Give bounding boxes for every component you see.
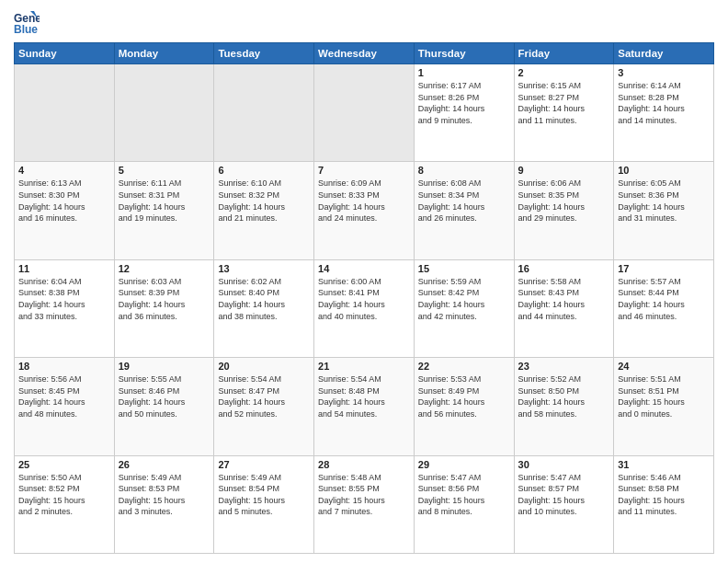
svg-text:Blue: Blue: [14, 23, 38, 35]
day-number: 5: [119, 165, 210, 176]
calendar-cell: 7Sunrise: 6:09 AM Sunset: 8:33 PM Daylig…: [314, 162, 415, 259]
day-number: 29: [418, 459, 510, 470]
calendar-table: SundayMondayTuesdayWednesdayThursdayFrid…: [14, 42, 714, 554]
day-number: 16: [518, 263, 610, 274]
calendar-cell: [214, 64, 314, 162]
calendar-cell: 19Sunrise: 5:55 AM Sunset: 8:46 PM Dayli…: [114, 358, 214, 455]
day-info: Sunrise: 5:48 AM Sunset: 8:55 PM Dayligh…: [318, 472, 410, 518]
calendar-cell: 11Sunrise: 6:04 AM Sunset: 8:38 PM Dayli…: [15, 259, 115, 357]
calendar-cell: 23Sunrise: 5:52 AM Sunset: 8:50 PM Dayli…: [514, 358, 614, 455]
day-info: Sunrise: 5:49 AM Sunset: 8:53 PM Dayligh…: [119, 472, 210, 518]
calendar-cell: [15, 64, 115, 162]
day-info: Sunrise: 6:09 AM Sunset: 8:33 PM Dayligh…: [318, 178, 410, 224]
day-info: Sunrise: 5:56 AM Sunset: 8:45 PM Dayligh…: [18, 373, 110, 419]
calendar-cell: 24Sunrise: 5:51 AM Sunset: 8:51 PM Dayli…: [614, 358, 714, 455]
day-number: 7: [318, 165, 410, 176]
day-number: 9: [518, 165, 610, 176]
day-number: 11: [18, 263, 110, 274]
logo-icon: General Blue: [14, 9, 40, 35]
day-number: 28: [318, 459, 410, 470]
calendar-cell: 28Sunrise: 5:48 AM Sunset: 8:55 PM Dayli…: [314, 455, 415, 553]
calendar-cell: 3Sunrise: 6:14 AM Sunset: 8:28 PM Daylig…: [614, 64, 714, 162]
day-info: Sunrise: 5:53 AM Sunset: 8:49 PM Dayligh…: [418, 373, 510, 419]
calendar-cell: 29Sunrise: 5:47 AM Sunset: 8:56 PM Dayli…: [414, 455, 514, 553]
day-number: 13: [218, 263, 310, 274]
calendar-cell: 27Sunrise: 5:49 AM Sunset: 8:54 PM Dayli…: [214, 455, 314, 553]
day-info: Sunrise: 5:55 AM Sunset: 8:46 PM Dayligh…: [119, 373, 210, 419]
day-info: Sunrise: 6:13 AM Sunset: 8:30 PM Dayligh…: [18, 178, 110, 224]
calendar-cell: 9Sunrise: 6:06 AM Sunset: 8:35 PM Daylig…: [514, 162, 614, 259]
day-info: Sunrise: 6:10 AM Sunset: 8:32 PM Dayligh…: [218, 178, 310, 224]
weekday-wednesday: Wednesday: [314, 43, 415, 64]
day-info: Sunrise: 6:08 AM Sunset: 8:34 PM Dayligh…: [418, 178, 510, 224]
day-info: Sunrise: 5:57 AM Sunset: 8:44 PM Dayligh…: [618, 276, 710, 322]
day-info: Sunrise: 6:15 AM Sunset: 8:27 PM Dayligh…: [518, 80, 610, 126]
day-info: Sunrise: 6:17 AM Sunset: 8:26 PM Dayligh…: [418, 80, 510, 126]
day-number: 23: [518, 361, 610, 372]
calendar-cell: 25Sunrise: 5:50 AM Sunset: 8:52 PM Dayli…: [15, 455, 115, 553]
day-info: Sunrise: 5:58 AM Sunset: 8:43 PM Dayligh…: [518, 276, 610, 322]
calendar-week-row: 4Sunrise: 6:13 AM Sunset: 8:30 PM Daylig…: [15, 162, 714, 259]
day-info: Sunrise: 5:49 AM Sunset: 8:54 PM Dayligh…: [218, 472, 310, 518]
day-number: 2: [518, 67, 610, 78]
calendar-cell: 15Sunrise: 5:59 AM Sunset: 8:42 PM Dayli…: [414, 259, 514, 357]
calendar-cell: 30Sunrise: 5:47 AM Sunset: 8:57 PM Dayli…: [514, 455, 614, 553]
day-number: 12: [119, 263, 210, 274]
weekday-thursday: Thursday: [414, 43, 514, 64]
day-info: Sunrise: 5:54 AM Sunset: 8:48 PM Dayligh…: [318, 373, 410, 419]
calendar-cell: 5Sunrise: 6:11 AM Sunset: 8:31 PM Daylig…: [114, 162, 214, 259]
day-number: 10: [618, 165, 710, 176]
day-number: 15: [418, 263, 510, 274]
day-number: 14: [318, 263, 410, 274]
calendar-cell: 6Sunrise: 6:10 AM Sunset: 8:32 PM Daylig…: [214, 162, 314, 259]
calendar-cell: 17Sunrise: 5:57 AM Sunset: 8:44 PM Dayli…: [614, 259, 714, 357]
day-number: 18: [18, 361, 110, 372]
day-info: Sunrise: 6:02 AM Sunset: 8:40 PM Dayligh…: [218, 276, 310, 322]
day-number: 31: [618, 459, 710, 470]
day-number: 8: [418, 165, 510, 176]
calendar-cell: [314, 64, 415, 162]
weekday-monday: Monday: [114, 43, 214, 64]
calendar-cell: 31Sunrise: 5:46 AM Sunset: 8:58 PM Dayli…: [614, 455, 714, 553]
calendar-week-row: 18Sunrise: 5:56 AM Sunset: 8:45 PM Dayli…: [15, 358, 714, 455]
weekday-friday: Friday: [514, 43, 614, 64]
day-info: Sunrise: 5:51 AM Sunset: 8:51 PM Dayligh…: [618, 373, 710, 419]
weekday-saturday: Saturday: [614, 43, 714, 64]
calendar-cell: 13Sunrise: 6:02 AM Sunset: 8:40 PM Dayli…: [214, 259, 314, 357]
day-info: Sunrise: 5:46 AM Sunset: 8:58 PM Dayligh…: [618, 472, 710, 518]
calendar-week-row: 11Sunrise: 6:04 AM Sunset: 8:38 PM Dayli…: [15, 259, 714, 357]
calendar-cell: 16Sunrise: 5:58 AM Sunset: 8:43 PM Dayli…: [514, 259, 614, 357]
weekday-tuesday: Tuesday: [214, 43, 314, 64]
day-info: Sunrise: 6:11 AM Sunset: 8:31 PM Dayligh…: [119, 178, 210, 224]
day-number: 25: [18, 459, 110, 470]
day-info: Sunrise: 5:47 AM Sunset: 8:56 PM Dayligh…: [418, 472, 510, 518]
day-number: 20: [218, 361, 310, 372]
day-number: 30: [518, 459, 610, 470]
day-info: Sunrise: 6:06 AM Sunset: 8:35 PM Dayligh…: [518, 178, 610, 224]
day-info: Sunrise: 6:00 AM Sunset: 8:41 PM Dayligh…: [318, 276, 410, 322]
day-number: 3: [618, 67, 710, 78]
day-info: Sunrise: 6:05 AM Sunset: 8:36 PM Dayligh…: [618, 178, 710, 224]
calendar-week-row: 1Sunrise: 6:17 AM Sunset: 8:26 PM Daylig…: [15, 64, 714, 162]
calendar-cell: 22Sunrise: 5:53 AM Sunset: 8:49 PM Dayli…: [414, 358, 514, 455]
day-info: Sunrise: 6:14 AM Sunset: 8:28 PM Dayligh…: [618, 80, 710, 126]
page-header: General Blue: [14, 9, 714, 35]
calendar-cell: 20Sunrise: 5:54 AM Sunset: 8:47 PM Dayli…: [214, 358, 314, 455]
calendar-cell: 10Sunrise: 6:05 AM Sunset: 8:36 PM Dayli…: [614, 162, 714, 259]
day-number: 17: [618, 263, 710, 274]
day-number: 27: [218, 459, 310, 470]
day-number: 1: [418, 67, 510, 78]
calendar-cell: [114, 64, 214, 162]
calendar-cell: 12Sunrise: 6:03 AM Sunset: 8:39 PM Dayli…: [114, 259, 214, 357]
weekday-header-row: SundayMondayTuesdayWednesdayThursdayFrid…: [15, 43, 714, 64]
day-number: 22: [418, 361, 510, 372]
calendar-cell: 1Sunrise: 6:17 AM Sunset: 8:26 PM Daylig…: [414, 64, 514, 162]
day-info: Sunrise: 6:04 AM Sunset: 8:38 PM Dayligh…: [18, 276, 110, 322]
day-number: 4: [18, 165, 110, 176]
day-info: Sunrise: 6:03 AM Sunset: 8:39 PM Dayligh…: [119, 276, 210, 322]
calendar-cell: 2Sunrise: 6:15 AM Sunset: 8:27 PM Daylig…: [514, 64, 614, 162]
calendar-cell: 8Sunrise: 6:08 AM Sunset: 8:34 PM Daylig…: [414, 162, 514, 259]
day-number: 24: [618, 361, 710, 372]
calendar-cell: 4Sunrise: 6:13 AM Sunset: 8:30 PM Daylig…: [15, 162, 115, 259]
weekday-sunday: Sunday: [15, 43, 115, 64]
